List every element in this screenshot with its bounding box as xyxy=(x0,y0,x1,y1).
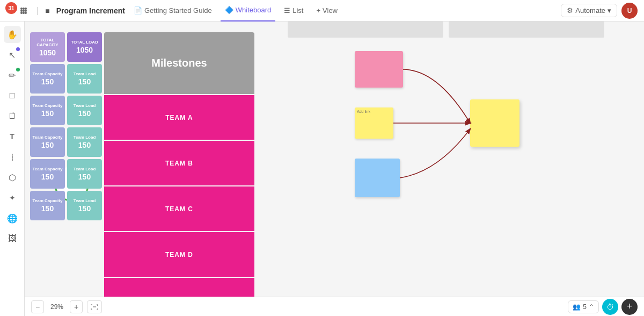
collab-icon: 👥 xyxy=(573,303,581,311)
collab-chevron: ⌃ xyxy=(589,303,594,311)
team-a-capacity-label: Team Capacity xyxy=(33,71,63,76)
zoom-out-button[interactable]: − xyxy=(31,300,44,313)
main-layout: ✋ ↖ ✏ □ 🗒 T ⟋ ⬡ ✦ 🌐 🖼 TOTAL CAPACITY 105… xyxy=(0,21,644,316)
sticky-yellow-large[interactable] xyxy=(470,99,519,147)
list-icon: ☰ xyxy=(284,6,290,15)
sticky-pink[interactable] xyxy=(355,51,403,88)
total-load-box: TOTAL LOAD 1050 xyxy=(67,32,102,62)
total-capacity-label: TOTAL CAPACITY xyxy=(32,38,63,47)
list-label: List xyxy=(292,6,303,15)
team-e-capacity-label: Team Capacity xyxy=(33,198,63,203)
automate-icon: ⚙ xyxy=(567,6,573,15)
zoom-level: 29% xyxy=(48,303,65,311)
team-c-label: TEAM C xyxy=(165,205,193,213)
team-d-load-label: Team Load xyxy=(74,167,96,171)
bottom-bar: − 29% + 👥 5 ⌃ ⏱ + xyxy=(25,297,644,316)
collaborators-button[interactable]: 👥 5 ⌃ xyxy=(568,300,599,313)
team-c-capacity-box: Team Capacity 150 xyxy=(30,127,65,157)
team-a-load-label: Team Load xyxy=(74,71,96,76)
sep-1: | xyxy=(36,6,39,16)
tab-getting-started[interactable]: 📄 Getting Started Guide xyxy=(129,0,216,21)
collab-count: 5 xyxy=(583,303,587,311)
tool-ruler[interactable]: ⟋ xyxy=(0,145,24,169)
canvas-area[interactable]: TOTAL CAPACITY 1050 TOTAL LOAD 1050 Team… xyxy=(25,21,644,316)
sticky-blue[interactable] xyxy=(355,159,400,197)
page-title: Program Increment xyxy=(56,6,125,15)
tool-note[interactable]: 🗒 xyxy=(4,107,21,125)
team-b-label: TEAM B xyxy=(165,160,193,167)
capacity-panel: TOTAL CAPACITY 1050 TOTAL LOAD 1050 Team… xyxy=(30,32,102,222)
total-load-label: TOTAL LOAD xyxy=(71,40,98,45)
milestones-header: Milestones xyxy=(104,32,254,94)
whiteboard-label: Whiteboard xyxy=(236,6,271,14)
doc-icon: 📄 xyxy=(134,6,142,15)
tool-image[interactable]: 🖼 xyxy=(4,230,21,247)
tool-hand[interactable]: ✋ xyxy=(4,26,21,43)
automate-button[interactable]: ⚙ Automate ▾ xyxy=(561,4,617,17)
tool-globe[interactable]: 🌐 xyxy=(4,210,21,227)
team-b-block[interactable]: TEAM B xyxy=(104,140,254,185)
top-bar-1 xyxy=(288,21,443,38)
total-capacity-value: 1050 xyxy=(39,48,56,57)
sticky-yellow-small[interactable]: Add link xyxy=(355,107,393,139)
milestones-title: Milestones xyxy=(151,57,207,69)
add-button[interactable]: + xyxy=(621,299,638,315)
plus-icon: + xyxy=(316,6,320,15)
svg-point-6 xyxy=(20,12,23,14)
milestones-panel: Milestones TEAM A TEAM B TEAM C TEAM D T… xyxy=(104,32,254,316)
tool-connect[interactable]: ✦ xyxy=(4,189,21,206)
view-label: View xyxy=(323,6,338,15)
topbar-right: ⚙ Automate ▾ U xyxy=(561,3,638,19)
left-sidebar: ✋ ↖ ✏ □ 🗒 T ⟋ ⬡ ✦ 🌐 🖼 xyxy=(0,21,25,316)
team-c-load-label: Team Load xyxy=(74,135,96,140)
chevron-down-icon: ▾ xyxy=(608,6,611,15)
team-a-label: TEAM A xyxy=(165,114,193,121)
team-e-capacity-box: Team Capacity 150 xyxy=(30,191,65,220)
avatar[interactable]: U xyxy=(621,3,638,19)
team-b-load-box: Team Load 150 xyxy=(67,96,102,125)
team-d-row: Team Capacity 150 Team Load 150 xyxy=(30,159,102,189)
automate-label: Automate xyxy=(575,6,605,15)
zoom-in-button[interactable]: + xyxy=(70,300,83,313)
tab-list[interactable]: ☰ List xyxy=(280,0,308,21)
svg-point-0 xyxy=(20,8,23,10)
team-d-block[interactable]: TEAM D xyxy=(104,231,254,277)
tool-cursor[interactable]: ↖ xyxy=(4,46,21,63)
total-load-value: 1050 xyxy=(76,46,93,54)
bottom-right: 👥 5 ⌃ ⏱ + xyxy=(568,299,638,315)
tab-whiteboard[interactable]: 🔷 Whiteboard xyxy=(221,0,275,21)
timer-button[interactable]: ⏱ xyxy=(602,299,618,315)
svg-point-1 xyxy=(23,8,25,10)
fit-view-button[interactable] xyxy=(87,300,102,313)
notification-badge: 31 xyxy=(5,2,17,14)
svg-point-2 xyxy=(25,8,27,10)
top-bar-2 xyxy=(449,21,604,38)
app-grid-icon[interactable] xyxy=(17,4,30,17)
team-c-load-box: Team Load 150 xyxy=(67,127,102,157)
team-d-capacity-box: Team Capacity 150 xyxy=(30,159,65,189)
team-b-capacity-box: Team Capacity 150 xyxy=(30,96,65,125)
svg-point-4 xyxy=(23,10,25,12)
tool-network[interactable]: ⬡ xyxy=(4,169,21,186)
getting-started-label: Getting Started Guide xyxy=(144,6,212,15)
program-square-icon: ■ xyxy=(45,6,49,15)
team-e-load-box: Team Load 150 xyxy=(67,191,102,220)
tool-shape[interactable]: □ xyxy=(4,87,21,104)
svg-point-3 xyxy=(20,10,23,12)
whiteboard-icon: 🔷 xyxy=(225,6,233,14)
total-capacity-box: TOTAL CAPACITY 1050 xyxy=(30,32,65,62)
tool-text[interactable]: T xyxy=(4,128,21,145)
tool-pen[interactable]: ✏ xyxy=(4,67,21,84)
team-d-load-box: Team Load 150 xyxy=(67,159,102,189)
team-a-capacity-box: Team Capacity 150 xyxy=(30,64,65,94)
svg-point-7 xyxy=(23,12,25,14)
view-button[interactable]: + View xyxy=(312,6,342,15)
svg-point-8 xyxy=(25,12,27,14)
team-c-capacity-label: Team Capacity xyxy=(33,135,63,140)
team-c-block[interactable]: TEAM C xyxy=(104,185,254,231)
team-d-capacity-label: Team Capacity xyxy=(33,167,63,171)
team-a-block[interactable]: TEAM A xyxy=(104,94,254,140)
topbar: 31 | ■ Program Increment 📄 Getting Start… xyxy=(0,0,644,21)
team-e-load-label: Team Load xyxy=(74,198,96,203)
svg-point-5 xyxy=(25,10,27,12)
